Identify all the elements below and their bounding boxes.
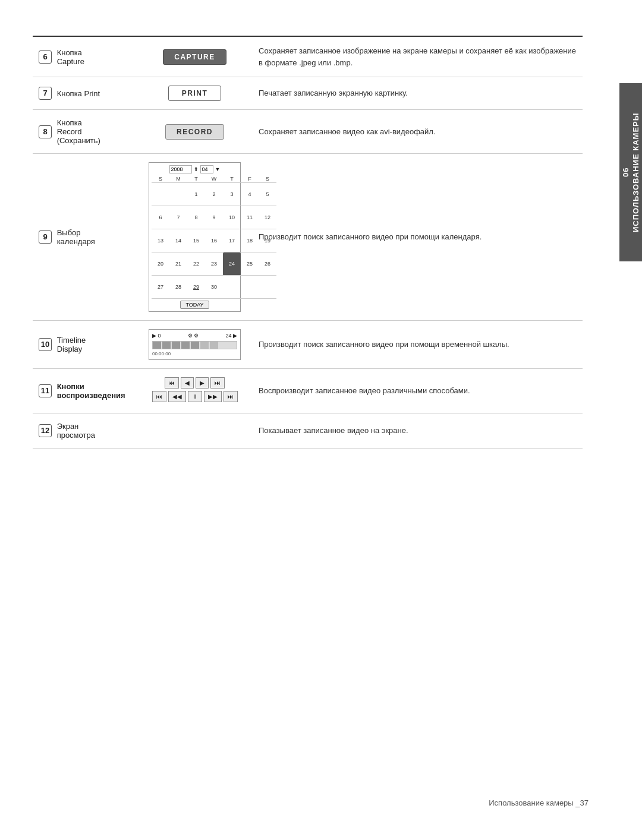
cal-day[interactable] <box>169 183 187 206</box>
cal-day[interactable]: 17 <box>223 229 241 252</box>
cal-day[interactable]: 26 <box>259 252 276 276</box>
playback-btn-ffw[interactable]: ⏭ <box>210 377 225 389</box>
cal-day-header: M <box>169 175 187 183</box>
cal-day[interactable]: 30 <box>205 276 223 299</box>
cal-day today[interactable]: 24 <box>223 252 241 276</box>
cal-day[interactable]: 5 <box>259 183 276 206</box>
cal-day[interactable]: 7 <box>169 206 187 229</box>
cal-day[interactable]: 4 <box>241 183 259 206</box>
playback-btn-rrew[interactable]: ⏮ <box>165 377 179 389</box>
calendar-widget: ⬆ ▼ S M T W <box>149 162 241 312</box>
cal-day[interactable]: 20 <box>152 252 169 276</box>
cal-day[interactable]: 21 <box>169 252 187 276</box>
calendar-grid: S M T W T F S <box>152 175 276 299</box>
cal-day[interactable]: 9 <box>205 206 223 229</box>
cal-day[interactable]: 16 <box>205 229 223 252</box>
playback-row-2: ⏮ ◀◀ ⏸ ▶▶ ⏭ <box>149 391 241 402</box>
cal-day[interactable]: 25 <box>241 252 259 276</box>
playback-btn-end[interactable]: ⏭ <box>224 391 238 402</box>
cal-day[interactable]: 23 <box>205 252 223 276</box>
desc-col-10: Производит поиск записанного видео при п… <box>253 321 583 369</box>
calendar-dropdown-icon: ▼ <box>215 166 221 172</box>
label-col-8: 8 КнопкаRecord(Сохранить) <box>33 110 137 154</box>
cal-day[interactable]: 14 <box>169 229 187 252</box>
cal-day-header: T <box>223 175 241 183</box>
image-col-11: ⏮ ◀ ▶ ⏭ ⏮ ◀◀ ⏸ ▶▶ ⏭ <box>137 369 253 413</box>
cal-day[interactable] <box>152 183 169 206</box>
record-button-image: RECORD <box>165 124 224 140</box>
label-text-12: Экранпросмотра <box>57 422 95 440</box>
playback-btn-stepback[interactable]: ◀◀ <box>168 391 186 402</box>
item-number-6: 6 <box>39 50 52 64</box>
cal-day[interactable]: 22 <box>187 252 205 276</box>
desc-col-9: Производит поиск записанного видео при п… <box>253 154 583 321</box>
item-number-11: 11 <box>39 384 52 397</box>
calendar-year-input[interactable] <box>169 165 192 173</box>
features-table: 6 КнопкаCapture CAPTURE Сохраняет записа… <box>33 36 583 449</box>
cal-day[interactable]: 1 <box>187 183 205 206</box>
cal-day[interactable]: 2 <box>205 183 223 206</box>
cal-day-header: S <box>259 175 276 183</box>
cal-day[interactable]: 12 <box>259 206 276 229</box>
cal-day[interactable] <box>241 276 259 299</box>
cal-day-header: F <box>241 175 259 183</box>
playback-btn-stepfwd[interactable]: ▶▶ <box>204 391 222 402</box>
cal-day[interactable] <box>223 276 241 299</box>
playback-btn-rew[interactable]: ◀ <box>181 377 194 389</box>
label-text-8: КнопкаRecord(Сохранить) <box>57 118 100 145</box>
label-text-6: КнопкаCapture <box>57 48 84 66</box>
cal-day[interactable]: 8 <box>187 206 205 229</box>
cal-day[interactable]: 13 <box>152 229 169 252</box>
item-number-7: 7 <box>39 87 52 100</box>
label-col-10: 10 TimelineDisplay <box>33 321 137 369</box>
timeline-time-label: 00:00:00 <box>152 351 237 356</box>
table-row: 9 Выборкалендаря ⬆ ▼ <box>33 154 583 321</box>
table-row: 6 КнопкаCapture CAPTURE Сохраняет записа… <box>33 36 583 77</box>
desc-col-6: Сохраняет записанное изображение на экра… <box>253 36 583 77</box>
calendar-month-input[interactable] <box>200 165 213 173</box>
cal-day[interactable]: 6 <box>152 206 169 229</box>
timeline-widget: ▶ 0 ⚙ ⚙ 24 ▶ <box>149 329 241 360</box>
cal-day[interactable]: 11 <box>241 206 259 229</box>
desc-col-11: Воспроизводит записанное видео различным… <box>253 369 583 413</box>
main-content: 6 КнопкаCapture CAPTURE Сохраняет записа… <box>33 36 609 449</box>
calendar-today-button[interactable]: TODAY <box>180 301 209 309</box>
label-col-7: 7 Кнопка Print <box>33 77 137 110</box>
image-col-9: ⬆ ▼ S M T W <box>137 154 253 321</box>
cal-day[interactable]: 18 <box>241 229 259 252</box>
playback-btn-start[interactable]: ⏮ <box>152 391 166 402</box>
cal-day[interactable]: 27 <box>152 276 169 299</box>
print-button-image: PRINT <box>168 86 222 101</box>
playback-btn-play[interactable]: ▶ <box>196 377 209 389</box>
cal-day[interactable]: 28 <box>169 276 187 299</box>
label-text-11: Кнопкивоспроизведения <box>57 382 125 400</box>
calendar-nav-icon: ⬆ <box>194 166 199 172</box>
item-number-10: 10 <box>39 338 52 351</box>
capture-button-image: CAPTURE <box>163 49 226 65</box>
image-col-12 <box>137 413 253 449</box>
timeline-left-icon: ▶ 0 <box>152 333 161 339</box>
table-row: 10 TimelineDisplay ▶ 0 ⚙ ⚙ 24 ▶ <box>33 321 583 369</box>
table-row: 7 Кнопка Print PRINT Печатает записанную… <box>33 77 583 110</box>
table-row: 11 Кнопкивоспроизведения ⏮ ◀ ▶ ⏭ <box>33 369 583 413</box>
cal-day[interactable]: 29 <box>187 276 205 299</box>
image-col-7: PRINT <box>137 77 253 110</box>
cal-day-header: W <box>205 175 223 183</box>
label-col-12: 12 Экранпросмотра <box>33 413 137 449</box>
label-col-6: 6 КнопкаCapture <box>33 36 137 77</box>
timeline-right-value: 24 ▶ <box>225 333 237 339</box>
cal-day[interactable]: 10 <box>223 206 241 229</box>
footer-text: Использование камеры _37 <box>489 798 588 807</box>
cal-day[interactable] <box>259 276 276 299</box>
cal-day[interactable]: 3 <box>223 183 241 206</box>
table-row: 12 Экранпросмотра Показывает записанное … <box>33 413 583 449</box>
side-tab-number: 06 <box>621 168 630 177</box>
cal-day[interactable]: 15 <box>187 229 205 252</box>
playback-btn-pause[interactable]: ⏸ <box>188 391 202 402</box>
desc-col-12: Показывает записанное видео на экране. <box>253 413 583 449</box>
label-text-10: TimelineDisplay <box>57 336 86 353</box>
desc-col-8: Сохраняет записанное видео как avi-видео… <box>253 110 583 154</box>
page-footer: Использование камеры _37 <box>489 798 588 807</box>
label-col-9: 9 Выборкалендаря <box>33 154 137 321</box>
side-tab-title: ИСПОЛЬЗОВАНИЕ КАМЕРЫ <box>631 112 640 232</box>
